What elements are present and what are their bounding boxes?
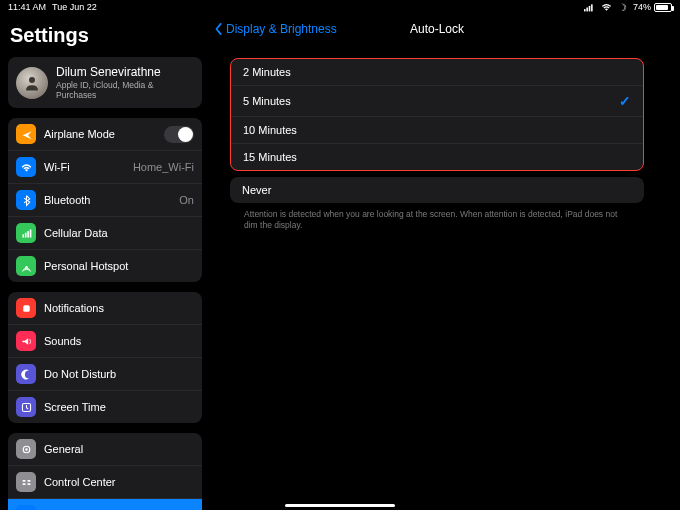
svg-rect-10	[23, 305, 30, 312]
profile-name: Dilum Senevirathne	[56, 65, 194, 79]
avatar	[16, 67, 48, 99]
settings-group-general: GeneralControl CenterAADisplay & Brightn…	[8, 433, 202, 510]
cellular-icon	[16, 223, 36, 243]
sounds-icon	[16, 331, 36, 351]
status-date: Tue Jun 22	[52, 2, 97, 12]
status-time: 11:41 AM	[8, 2, 46, 12]
bluetooth-icon	[16, 190, 36, 210]
svg-rect-15	[27, 480, 30, 482]
svg-rect-8	[29, 229, 31, 237]
profile-sub: Apple ID, iCloud, Media & Purchases	[56, 80, 194, 100]
dnd-icon: ☽	[618, 2, 627, 13]
airplane-icon	[16, 124, 36, 144]
settings-group-alerts: NotificationsSoundsDo Not DisturbScreen …	[8, 292, 202, 423]
back-button[interactable]: Display & Brightness	[214, 22, 337, 36]
content-title: Auto-Lock	[410, 22, 464, 36]
back-label: Display & Brightness	[226, 22, 337, 36]
wifi-icon	[601, 3, 612, 12]
sidebar-item-value: Home_Wi-Fi	[133, 161, 194, 173]
wifi-icon	[16, 157, 36, 177]
sidebar-item-label: Bluetooth	[44, 194, 179, 206]
sidebar-item-wifi[interactable]: Wi-FiHome_Wi-Fi	[8, 151, 202, 184]
autolock-option[interactable]: 15 Minutes	[231, 144, 643, 170]
battery-icon	[654, 3, 672, 12]
option-label: 15 Minutes	[243, 151, 297, 163]
screentime-icon	[16, 397, 36, 417]
sidebar-item-label: Control Center	[44, 476, 194, 488]
sidebar-item-display[interactable]: AADisplay & Brightness	[8, 499, 202, 510]
sidebar-item-label: Notifications	[44, 302, 194, 314]
sidebar-item-label: Cellular Data	[44, 227, 194, 239]
sidebar-item-control[interactable]: Control Center	[8, 466, 202, 499]
svg-rect-0	[584, 9, 586, 11]
control-icon	[16, 472, 36, 492]
svg-rect-6	[24, 232, 26, 237]
sidebar-item-bluetooth[interactable]: BluetoothOn	[8, 184, 202, 217]
sidebar-item-general[interactable]: General	[8, 433, 202, 466]
notifications-icon	[16, 298, 36, 318]
sidebar-item-value: On	[179, 194, 194, 206]
autolock-option[interactable]: 5 Minutes✓	[231, 86, 643, 117]
option-label: 5 Minutes	[243, 95, 291, 107]
general-icon	[16, 439, 36, 459]
page-title: Settings	[10, 24, 202, 47]
display-icon: AA	[16, 505, 36, 510]
autolock-option[interactable]: Never	[230, 177, 644, 203]
sidebar-item-sounds[interactable]: Sounds	[8, 325, 202, 358]
svg-rect-17	[27, 483, 30, 485]
autolock-options-highlighted: 2 Minutes5 Minutes✓10 Minutes15 Minutes	[230, 58, 644, 171]
sidebar-item-hotspot[interactable]: Personal Hotspot	[8, 250, 202, 282]
sidebar-item-notifications[interactable]: Notifications	[8, 292, 202, 325]
dnd-icon	[16, 364, 36, 384]
sidebar-item-label: Airplane Mode	[44, 128, 164, 140]
svg-rect-3	[591, 4, 593, 11]
svg-rect-14	[22, 480, 25, 482]
profile-card[interactable]: Dilum Senevirathne Apple ID, iCloud, Med…	[8, 57, 202, 108]
sidebar-item-screentime[interactable]: Screen Time	[8, 391, 202, 423]
option-label: 2 Minutes	[243, 66, 291, 78]
checkmark-icon: ✓	[619, 93, 631, 109]
chevron-left-icon	[214, 23, 224, 35]
footer-note: Attention is detected when you are looki…	[230, 203, 644, 232]
svg-rect-1	[586, 7, 588, 11]
airplane-toggle[interactable]	[164, 126, 194, 143]
svg-rect-7	[27, 231, 29, 238]
status-bar: 11:41 AM Tue Jun 22 ☽ 74%	[0, 0, 680, 14]
option-label: 10 Minutes	[243, 124, 297, 136]
settings-sidebar: Settings Dilum Senevirathne Apple ID, iC…	[0, 14, 210, 510]
home-indicator[interactable]	[285, 504, 395, 507]
svg-rect-5	[22, 234, 24, 237]
hotspot-icon	[16, 256, 36, 276]
svg-point-13	[25, 448, 27, 450]
battery-percent: 74%	[633, 2, 651, 12]
content-pane: Display & Brightness Auto-Lock 2 Minutes…	[210, 14, 680, 510]
svg-rect-2	[589, 5, 591, 11]
sidebar-item-label: Wi-Fi	[44, 161, 133, 173]
option-label: Never	[242, 184, 271, 196]
autolock-options-rest: Never	[230, 177, 644, 203]
sidebar-item-label: Personal Hotspot	[44, 260, 194, 272]
sidebar-item-label: Do Not Disturb	[44, 368, 194, 380]
settings-group-connectivity: Airplane ModeWi-FiHome_Wi-FiBluetoothOnC…	[8, 118, 202, 282]
sidebar-item-dnd[interactable]: Do Not Disturb	[8, 358, 202, 391]
svg-point-4	[29, 77, 35, 83]
cellular-signal-icon	[584, 3, 595, 12]
sidebar-item-label: Sounds	[44, 335, 194, 347]
sidebar-item-cellular[interactable]: Cellular Data	[8, 217, 202, 250]
svg-rect-16	[22, 483, 25, 485]
sidebar-item-airplane[interactable]: Airplane Mode	[8, 118, 202, 151]
autolock-option[interactable]: 10 Minutes	[231, 117, 643, 144]
autolock-option[interactable]: 2 Minutes	[231, 59, 643, 86]
sidebar-item-label: General	[44, 443, 194, 455]
sidebar-item-label: Screen Time	[44, 401, 194, 413]
